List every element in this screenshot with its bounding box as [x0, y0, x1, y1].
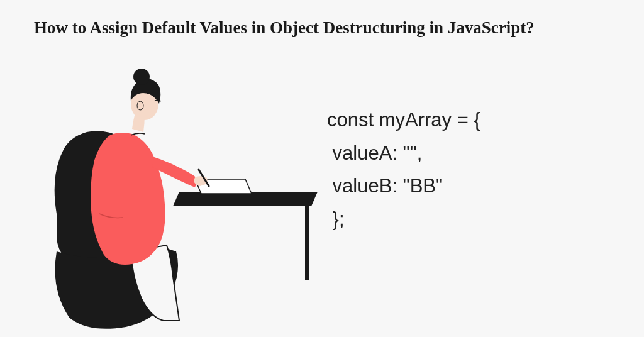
code-snippet: const myArray = { valueA: "", valueB: "B… [327, 104, 480, 236]
svg-point-4 [137, 101, 143, 110]
code-line-2: valueA: "", [327, 137, 480, 170]
person-at-desk-illustration [19, 69, 321, 333]
page-title: How to Assign Default Values in Object D… [34, 18, 610, 39]
svg-point-3 [133, 69, 150, 85]
code-line-4: }; [327, 203, 480, 236]
svg-rect-0 [305, 204, 309, 280]
code-line-1: const myArray = { [327, 104, 480, 137]
code-line-3: valueB: "BB" [327, 170, 480, 203]
